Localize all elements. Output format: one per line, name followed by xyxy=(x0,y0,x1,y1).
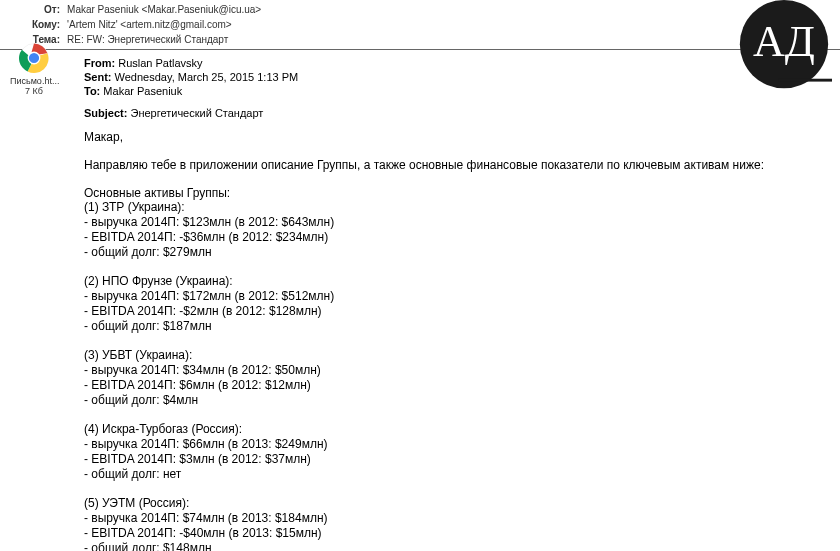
outer-email-header: От: Makar Paseniuk <Makar.Paseniuk@icu.u… xyxy=(0,0,840,50)
asset-debt: - общий долг: $187млн xyxy=(84,319,832,334)
asset-block: (3) УБВТ (Украина): - выручка 2014П: $34… xyxy=(84,348,832,408)
inner-subject-label: Subject: xyxy=(84,107,127,119)
asset-debt: - общий долг: $148млн xyxy=(84,541,832,551)
attachment-panel[interactable]: Письмо.ht... 7 Кб xyxy=(10,42,58,96)
asset-ebitda: - EBITDA 2014П: -$40млн (в 2013: $15млн) xyxy=(84,526,832,541)
asset-head: (2) НПО Фрунзе (Украина): xyxy=(84,274,832,289)
outer-from-label: От: xyxy=(18,3,64,17)
inner-email-header: From: Ruslan Patlavsky Sent: Wednesday, … xyxy=(84,56,832,120)
asset-block: (4) Искра-Турбогаз (Россия): - выручка 2… xyxy=(84,422,832,482)
asset-ebitda: - EBITDA 2014П: $6млн (в 2012: $12млн) xyxy=(84,378,832,393)
asset-head: (4) Искра-Турбогаз (Россия): xyxy=(84,422,832,437)
svg-rect-5 xyxy=(778,79,832,82)
svg-text:АД: АД xyxy=(753,17,815,66)
attachment-size: 7 Кб xyxy=(10,86,58,96)
asset-revenue: - выручка 2014П: $66млн (в 2013: $249млн… xyxy=(84,437,832,452)
inner-to-value: Makar Paseniuk xyxy=(103,85,182,97)
asset-revenue: - выручка 2014П: $74млн (в 2013: $184млн… xyxy=(84,511,832,526)
assets-title: Основные активы Группы: xyxy=(84,186,832,200)
asset-block: (1) ЗТР (Украина): - выручка 2014П: $123… xyxy=(84,200,832,260)
outer-to-row: Кому: 'Artem Nitz' <artem.nitz@gmail.com… xyxy=(18,17,840,32)
asset-head: (3) УБВТ (Украина): xyxy=(84,348,832,363)
asset-revenue: - выручка 2014П: $34млн (в 2012: $50млн) xyxy=(84,363,832,378)
asset-ebitda: - EBITDA 2014П: -$36млн (в 2012: $234млн… xyxy=(84,230,832,245)
inner-to-label: To: xyxy=(84,85,100,97)
outer-to-label: Кому: xyxy=(18,18,64,32)
inner-to-row: To: Makar Paseniuk xyxy=(84,84,832,98)
asset-block: (5) УЭТМ (Россия): - выручка 2014П: $74м… xyxy=(84,496,832,551)
asset-ebitda: - EBITDA 2014П: -$2млн (в 2012: $128млн) xyxy=(84,304,832,319)
asset-revenue: - выручка 2014П: $172млн (в 2012: $512мл… xyxy=(84,289,832,304)
intro-paragraph: Направляю тебе в приложении описание Гру… xyxy=(84,158,832,172)
email-content: From: Ruslan Patlavsky Sent: Wednesday, … xyxy=(76,50,840,551)
asset-ebitda: - EBITDA 2014П: $3млн (в 2012: $37млн) xyxy=(84,452,832,467)
asset-debt: - общий долг: нет xyxy=(84,467,832,482)
inner-subject-row: Subject: Энергетический Стандарт xyxy=(84,106,832,120)
asset-head: (1) ЗТР (Украина): xyxy=(84,200,832,215)
outer-from-row: От: Makar Paseniuk <Makar.Paseniuk@icu.u… xyxy=(18,2,840,17)
inner-from-value: Ruslan Patlavsky xyxy=(118,57,202,69)
outer-subject-value: RE: FW: Энергетический Стандарт xyxy=(67,34,228,45)
watermark-logo: АД xyxy=(736,0,832,96)
inner-from-row: From: Ruslan Patlavsky xyxy=(84,56,832,70)
asset-head: (5) УЭТМ (Россия): xyxy=(84,496,832,511)
outer-from-value: Makar Paseniuk <Makar.Paseniuk@icu.ua> xyxy=(67,4,261,15)
chrome-icon xyxy=(18,42,50,74)
asset-debt: - общий долг: $4млн xyxy=(84,393,832,408)
inner-from-label: From: xyxy=(84,57,115,69)
greeting: Макар, xyxy=(84,130,832,144)
attachment-filename: Письмо.ht... xyxy=(10,76,58,86)
inner-sent-label: Sent: xyxy=(84,71,112,83)
inner-sent-row: Sent: Wednesday, March 25, 2015 1:13 PM xyxy=(84,70,832,84)
outer-subject-row: Тема: RE: FW: Энергетический Стандарт xyxy=(18,32,840,47)
asset-debt: - общий долг: $279млн xyxy=(84,245,832,260)
asset-block: (2) НПО Фрунзе (Украина): - выручка 2014… xyxy=(84,274,832,334)
asset-revenue: - выручка 2014П: $123млн (в 2012: $643мл… xyxy=(84,215,832,230)
inner-subject-value: Энергетический Стандарт xyxy=(130,107,263,119)
inner-sent-value: Wednesday, March 25, 2015 1:13 PM xyxy=(115,71,299,83)
outer-to-value: 'Artem Nitz' <artem.nitz@gmail.com> xyxy=(67,19,232,30)
